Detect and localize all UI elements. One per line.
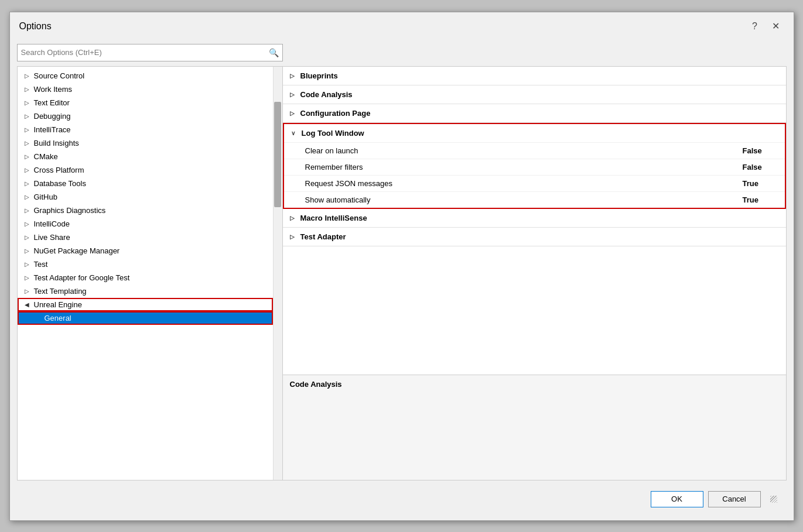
tree-arrow-cmake: ▷: [25, 153, 34, 160]
tree-label-test: Test: [34, 260, 48, 269]
section-code-analysis: ▷ Code Analysis: [283, 85, 786, 104]
tree-item-unreal-engine[interactable]: ◀ Unreal Engine: [18, 298, 273, 311]
right-bottom-title: Code Analysis: [290, 380, 342, 389]
section-macro-intellisense: ▷ Macro IntelliSense: [283, 209, 786, 228]
tree-label-intellitrace: IntelliTrace: [34, 125, 71, 134]
row-value-request-json: True: [743, 179, 778, 188]
tree-item-graphics-diagnostics[interactable]: ▷ Graphics Diagnostics: [18, 204, 273, 217]
tree-label-github: GitHub: [34, 193, 57, 201]
options-dialog: Options ? ✕ 🔍 ▷ Source Control ▷: [9, 12, 794, 521]
tree-arrow-database-tools: ▷: [25, 180, 34, 187]
search-row: 🔍: [17, 44, 283, 61]
tree-item-database-tools[interactable]: ▷ Database Tools: [18, 177, 273, 190]
chevron-blueprints: ▷: [290, 73, 300, 79]
tree-item-source-control[interactable]: ▷ Source Control: [18, 69, 273, 83]
tree-item-text-templating[interactable]: ▷ Text Templating: [18, 284, 273, 298]
tree-label-unreal-engine: Unreal Engine: [34, 300, 82, 309]
tree-label-source-control: Source Control: [34, 71, 85, 80]
tree-item-intellitrace[interactable]: ▷ IntelliTrace: [18, 123, 273, 136]
tree-label-debugging: Debugging: [34, 112, 71, 121]
search-icon: 🔍: [269, 48, 279, 57]
tree-item-debugging[interactable]: ▷ Debugging: [18, 109, 273, 123]
dialog-title: Options: [19, 21, 52, 32]
tree-label-intellicode: IntelliCode: [34, 219, 70, 228]
section-header-configuration-page[interactable]: ▷ Configuration Page: [283, 104, 786, 122]
section-label-configuration-page: Configuration Page: [300, 109, 371, 118]
tree-item-text-editor[interactable]: ▷ Text Editor: [18, 96, 273, 109]
tree-label-build-insights: Build Insights: [34, 139, 79, 147]
row-value-remember-filters: False: [743, 163, 778, 171]
tree-item-test-adapter-google[interactable]: ▷ Test Adapter for Google Test: [18, 271, 273, 284]
tree-arrow-text-templating: ▷: [25, 288, 34, 294]
tree-item-cmake[interactable]: ▷ CMake: [18, 150, 273, 163]
row-label-request-json: Request JSON messages: [305, 179, 743, 188]
tree-list: ▷ Source Control ▷ Work Items ▷ Text Edi…: [18, 67, 273, 480]
section-label-code-analysis: Code Analysis: [300, 90, 353, 99]
tree-item-general[interactable]: General: [18, 311, 273, 325]
section-label-blueprints: Blueprints: [300, 71, 338, 80]
section-header-blueprints[interactable]: ▷ Blueprints: [283, 67, 786, 85]
tree-item-nuget[interactable]: ▷ NuGet Package Manager: [18, 244, 273, 258]
tree-arrow-intellitrace: ▷: [25, 126, 34, 133]
row-value-clear-on-launch: False: [743, 146, 778, 155]
section-header-log-tool-window[interactable]: ∨ Log Tool Window: [284, 124, 785, 142]
tree-label-cross-platform: Cross Platform: [34, 166, 84, 174]
section-label-test-adapter: Test Adapter: [300, 232, 346, 241]
scrollbar-track[interactable]: [273, 67, 282, 480]
row-show-automatically: Show automatically True: [284, 191, 785, 208]
tree-label-test-adapter-google: Test Adapter for Google Test: [34, 273, 130, 282]
tree-item-work-items[interactable]: ▷ Work Items: [18, 83, 273, 96]
tree-item-intellicode[interactable]: ▷ IntelliCode: [18, 217, 273, 231]
tree-arrow-github: ▷: [25, 194, 34, 200]
left-panel: ▷ Source Control ▷ Work Items ▷ Text Edi…: [17, 66, 283, 480]
scrollbar-thumb[interactable]: [274, 102, 281, 207]
right-top: ▷ Blueprints ▷ Code Analysis: [283, 67, 786, 375]
section-header-test-adapter[interactable]: ▷ Test Adapter: [283, 228, 786, 246]
chevron-log-tool-window: ∨: [291, 130, 302, 136]
section-label-macro-intellisense: Macro IntelliSense: [300, 214, 367, 222]
tree-label-work-items: Work Items: [34, 85, 73, 94]
tree-label-text-editor: Text Editor: [34, 98, 70, 107]
row-remember-filters: Remember filters False: [284, 159, 785, 175]
row-label-show-automatically: Show automatically: [305, 195, 743, 204]
right-panel: ▷ Blueprints ▷ Code Analysis: [283, 66, 787, 480]
tree-item-build-insights[interactable]: ▷ Build Insights: [18, 136, 273, 150]
tree-label-live-share: Live Share: [34, 233, 70, 242]
row-clear-on-launch: Clear on launch False: [284, 142, 785, 159]
tree-arrow-debugging: ▷: [25, 113, 34, 119]
chevron-configuration-page: ▷: [290, 110, 300, 116]
tree-label-nuget: NuGet Package Manager: [34, 246, 120, 255]
tree-arrow-source-control: ▷: [25, 73, 34, 79]
tree-label-general: General: [45, 314, 71, 322]
section-label-log-tool-window: Log Tool Window: [302, 129, 364, 138]
resize-grip: [770, 496, 777, 503]
row-label-remember-filters: Remember filters: [305, 163, 743, 171]
help-button[interactable]: ?: [747, 18, 763, 35]
section-header-macro-intellisense[interactable]: ▷ Macro IntelliSense: [283, 209, 786, 227]
row-label-clear-on-launch: Clear on launch: [305, 146, 743, 155]
tree-arrow-cross-platform: ▷: [25, 167, 34, 173]
main-area: ▷ Source Control ▷ Work Items ▷ Text Edi…: [17, 66, 787, 480]
tree-item-test[interactable]: ▷ Test: [18, 258, 273, 271]
cancel-button[interactable]: Cancel: [708, 491, 761, 507]
tree-item-cross-platform[interactable]: ▷ Cross Platform: [18, 163, 273, 177]
search-input[interactable]: [21, 48, 269, 57]
section-header-code-analysis[interactable]: ▷ Code Analysis: [283, 85, 786, 104]
row-request-json: Request JSON messages True: [284, 175, 785, 191]
close-button[interactable]: ✕: [768, 18, 784, 35]
tree-arrow-test: ▷: [25, 261, 34, 267]
title-bar-buttons: ? ✕: [747, 18, 784, 35]
tree-label-text-templating: Text Templating: [34, 287, 87, 296]
tree-arrow-graphics-diagnostics: ▷: [25, 207, 34, 214]
tree-arrow-unreal-engine: ◀: [25, 301, 34, 308]
tree-item-live-share[interactable]: ▷ Live Share: [18, 231, 273, 244]
tree-arrow-test-adapter-google: ▷: [25, 274, 34, 281]
tree-arrow-build-insights: ▷: [25, 140, 34, 146]
tree-item-github[interactable]: ▷ GitHub: [18, 190, 273, 204]
tree-arrow-intellicode: ▷: [25, 221, 34, 227]
tree-label-database-tools: Database Tools: [34, 179, 86, 188]
ok-button[interactable]: OK: [651, 491, 703, 507]
chevron-code-analysis: ▷: [290, 91, 300, 98]
row-value-show-automatically: True: [743, 195, 778, 204]
title-bar: Options ? ✕: [10, 12, 794, 39]
